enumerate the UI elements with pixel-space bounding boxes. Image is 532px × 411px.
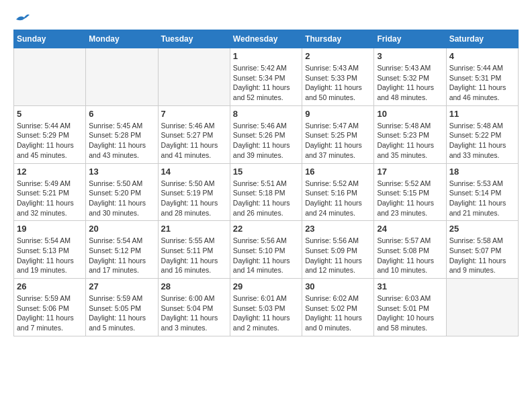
- day-info: Sunrise: 5:46 AM Sunset: 5:27 PM Dayligh…: [161, 121, 227, 161]
- day-info: Sunrise: 6:00 AM Sunset: 5:04 PM Dayligh…: [161, 293, 227, 333]
- day-number: 6: [89, 109, 154, 119]
- day-number: 8: [233, 109, 299, 119]
- day-info: Sunrise: 5:48 AM Sunset: 5:22 PM Dayligh…: [449, 121, 515, 161]
- calendar-cell: 14Sunrise: 5:50 AM Sunset: 5:19 PM Dayli…: [158, 163, 230, 221]
- weekday-header-tuesday: Tuesday: [158, 30, 230, 48]
- day-info: Sunrise: 5:52 AM Sunset: 5:16 PM Dayligh…: [305, 179, 371, 218]
- day-number: 13: [89, 167, 154, 177]
- day-info: Sunrise: 6:01 AM Sunset: 5:03 PM Dayligh…: [233, 293, 299, 333]
- day-info: Sunrise: 5:55 AM Sunset: 5:11 PM Dayligh…: [161, 236, 227, 275]
- calendar-cell: 26Sunrise: 5:59 AM Sunset: 5:06 PM Dayli…: [14, 279, 86, 336]
- calendar-week-2: 5Sunrise: 5:44 AM Sunset: 5:29 PM Daylig…: [14, 105, 519, 163]
- calendar-cell: 29Sunrise: 6:01 AM Sunset: 5:03 PM Dayli…: [230, 279, 302, 336]
- day-number: 10: [377, 109, 443, 119]
- calendar-cell: 31Sunrise: 6:03 AM Sunset: 5:01 PM Dayli…: [374, 279, 446, 336]
- day-info: Sunrise: 5:49 AM Sunset: 5:21 PM Dayligh…: [17, 179, 83, 218]
- calendar-cell: [158, 48, 230, 106]
- weekday-header-monday: Monday: [86, 30, 158, 48]
- day-info: Sunrise: 6:02 AM Sunset: 5:02 PM Dayligh…: [305, 293, 371, 333]
- calendar-cell: 22Sunrise: 5:56 AM Sunset: 5:10 PM Dayli…: [230, 221, 302, 279]
- calendar-cell: 19Sunrise: 5:54 AM Sunset: 5:13 PM Dayli…: [14, 221, 86, 279]
- day-number: 1: [233, 51, 299, 61]
- logo-bird-icon: [15, 13, 30, 26]
- day-number: 14: [161, 167, 227, 177]
- calendar-cell: 16Sunrise: 5:52 AM Sunset: 5:16 PM Dayli…: [302, 163, 374, 221]
- calendar-cell: [446, 279, 518, 336]
- day-info: Sunrise: 5:54 AM Sunset: 5:13 PM Dayligh…: [17, 236, 83, 275]
- day-number: 29: [233, 281, 299, 291]
- day-number: 24: [377, 224, 443, 234]
- calendar-cell: 7Sunrise: 5:46 AM Sunset: 5:27 PM Daylig…: [158, 105, 230, 163]
- day-info: Sunrise: 5:59 AM Sunset: 5:05 PM Dayligh…: [89, 293, 154, 333]
- day-info: Sunrise: 5:43 AM Sunset: 5:32 PM Dayligh…: [377, 63, 443, 103]
- calendar-cell: 25Sunrise: 5:58 AM Sunset: 5:07 PM Dayli…: [446, 221, 518, 279]
- weekday-header-thursday: Thursday: [302, 30, 374, 48]
- calendar-cell: 8Sunrise: 5:46 AM Sunset: 5:26 PM Daylig…: [230, 105, 302, 163]
- calendar-cell: 6Sunrise: 5:45 AM Sunset: 5:28 PM Daylig…: [86, 105, 158, 163]
- calendar-cell: 3Sunrise: 5:43 AM Sunset: 5:32 PM Daylig…: [374, 48, 446, 106]
- day-info: Sunrise: 5:50 AM Sunset: 5:20 PM Dayligh…: [89, 179, 154, 218]
- calendar-cell: 30Sunrise: 6:02 AM Sunset: 5:02 PM Dayli…: [302, 279, 374, 336]
- day-info: Sunrise: 5:57 AM Sunset: 5:08 PM Dayligh…: [377, 236, 443, 275]
- day-number: 22: [233, 224, 299, 234]
- calendar-cell: 24Sunrise: 5:57 AM Sunset: 5:08 PM Dayli…: [374, 221, 446, 279]
- day-number: 18: [449, 167, 515, 177]
- day-info: Sunrise: 5:54 AM Sunset: 5:12 PM Dayligh…: [89, 236, 154, 275]
- day-number: 16: [305, 167, 371, 177]
- calendar-cell: 28Sunrise: 6:00 AM Sunset: 5:04 PM Dayli…: [158, 279, 230, 336]
- day-number: 27: [89, 281, 154, 291]
- day-number: 2: [305, 51, 371, 61]
- page-header: [13, 13, 519, 23]
- calendar-cell: 23Sunrise: 5:56 AM Sunset: 5:09 PM Dayli…: [302, 221, 374, 279]
- day-number: 3: [377, 51, 443, 61]
- day-info: Sunrise: 5:47 AM Sunset: 5:25 PM Dayligh…: [305, 121, 371, 161]
- calendar-cell: 21Sunrise: 5:55 AM Sunset: 5:11 PM Dayli…: [158, 221, 230, 279]
- day-info: Sunrise: 5:58 AM Sunset: 5:07 PM Dayligh…: [449, 236, 515, 275]
- day-info: Sunrise: 5:52 AM Sunset: 5:15 PM Dayligh…: [377, 179, 443, 218]
- day-number: 30: [305, 281, 371, 291]
- calendar-cell: 20Sunrise: 5:54 AM Sunset: 5:12 PM Dayli…: [86, 221, 158, 279]
- calendar-table: SundayMondayTuesdayWednesdayThursdayFrid…: [13, 30, 519, 336]
- day-number: 15: [233, 167, 299, 177]
- weekday-header-saturday: Saturday: [446, 30, 518, 48]
- day-number: 25: [449, 224, 515, 234]
- day-info: Sunrise: 5:43 AM Sunset: 5:33 PM Dayligh…: [305, 63, 371, 103]
- day-number: 19: [17, 224, 83, 234]
- day-info: Sunrise: 5:44 AM Sunset: 5:29 PM Dayligh…: [17, 121, 83, 161]
- day-number: 28: [161, 281, 227, 291]
- calendar-cell: 13Sunrise: 5:50 AM Sunset: 5:20 PM Dayli…: [86, 163, 158, 221]
- calendar-cell: [86, 48, 158, 106]
- day-number: 17: [377, 167, 443, 177]
- day-info: Sunrise: 5:42 AM Sunset: 5:34 PM Dayligh…: [233, 63, 299, 103]
- calendar-week-4: 19Sunrise: 5:54 AM Sunset: 5:13 PM Dayli…: [14, 221, 519, 279]
- day-info: Sunrise: 5:44 AM Sunset: 5:31 PM Dayligh…: [449, 63, 515, 103]
- calendar-cell: 27Sunrise: 5:59 AM Sunset: 5:05 PM Dayli…: [86, 279, 158, 336]
- day-number: 26: [17, 281, 83, 291]
- calendar-cell: 11Sunrise: 5:48 AM Sunset: 5:22 PM Dayli…: [446, 105, 518, 163]
- day-info: Sunrise: 5:45 AM Sunset: 5:28 PM Dayligh…: [89, 121, 154, 161]
- day-number: 21: [161, 224, 227, 234]
- day-number: 5: [17, 109, 83, 119]
- weekday-header-wednesday: Wednesday: [230, 30, 302, 48]
- calendar-cell: 1Sunrise: 5:42 AM Sunset: 5:34 PM Daylig…: [230, 48, 302, 106]
- day-info: Sunrise: 5:50 AM Sunset: 5:19 PM Dayligh…: [161, 179, 227, 218]
- calendar-week-1: 1Sunrise: 5:42 AM Sunset: 5:34 PM Daylig…: [14, 48, 519, 106]
- calendar-cell: 10Sunrise: 5:48 AM Sunset: 5:23 PM Dayli…: [374, 105, 446, 163]
- calendar-cell: 12Sunrise: 5:49 AM Sunset: 5:21 PM Dayli…: [14, 163, 86, 221]
- calendar-cell: 15Sunrise: 5:51 AM Sunset: 5:18 PM Dayli…: [230, 163, 302, 221]
- day-info: Sunrise: 5:51 AM Sunset: 5:18 PM Dayligh…: [233, 179, 299, 218]
- calendar-cell: 5Sunrise: 5:44 AM Sunset: 5:29 PM Daylig…: [14, 105, 86, 163]
- calendar-cell: 4Sunrise: 5:44 AM Sunset: 5:31 PM Daylig…: [446, 48, 518, 106]
- day-info: Sunrise: 5:56 AM Sunset: 5:09 PM Dayligh…: [305, 236, 371, 275]
- weekday-header-sunday: Sunday: [14, 30, 86, 48]
- calendar-cell: 18Sunrise: 5:53 AM Sunset: 5:14 PM Dayli…: [446, 163, 518, 221]
- logo: [13, 13, 30, 23]
- calendar-cell: 2Sunrise: 5:43 AM Sunset: 5:33 PM Daylig…: [302, 48, 374, 106]
- day-info: Sunrise: 5:48 AM Sunset: 5:23 PM Dayligh…: [377, 121, 443, 161]
- day-number: 12: [17, 167, 83, 177]
- day-info: Sunrise: 5:46 AM Sunset: 5:26 PM Dayligh…: [233, 121, 299, 161]
- weekday-header-friday: Friday: [374, 30, 446, 48]
- weekday-header-row: SundayMondayTuesdayWednesdayThursdayFrid…: [14, 30, 519, 48]
- calendar-week-3: 12Sunrise: 5:49 AM Sunset: 5:21 PM Dayli…: [14, 163, 519, 221]
- day-info: Sunrise: 5:56 AM Sunset: 5:10 PM Dayligh…: [233, 236, 299, 275]
